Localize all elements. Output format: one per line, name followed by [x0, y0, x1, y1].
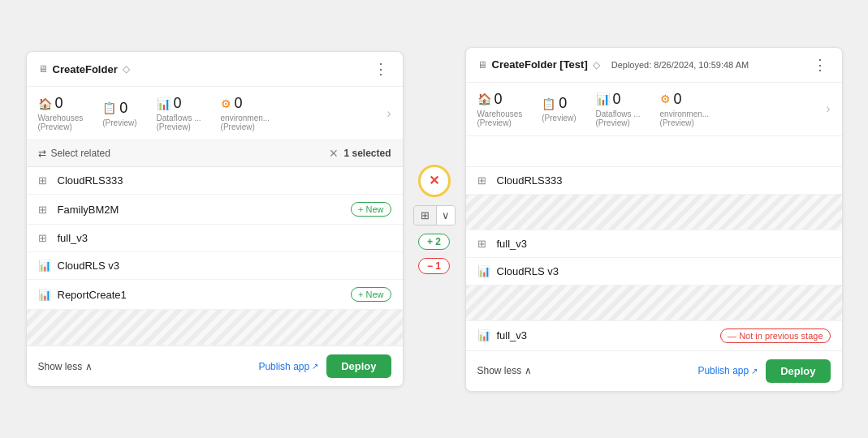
item-name: CloudRLS v3 [58, 260, 391, 272]
left-metric-dataflows: 📊 0 Dataflows ...(Preview) [157, 95, 201, 131]
right-warehouse-label: Warehouses(Preview) [477, 110, 523, 127]
item-name: full_v3 [497, 238, 831, 250]
item-name: CloudRLS v3 [497, 265, 831, 277]
deployed-label: Deployed: 8/26/2024, 10:59:48 AM [611, 60, 749, 70]
left-dataflow-label: Dataflows ...(Preview) [157, 114, 201, 131]
diff-plus-badge: + 2 [418, 234, 450, 250]
left-card-footer: Show less ∧ Publish app ↗ Deploy [27, 346, 403, 386]
right-env-label: environmen...(Preview) [660, 110, 710, 127]
left-card-menu-button[interactable]: ⋮ [370, 60, 391, 78]
publish-app-button[interactable]: Publish app ↗ [258, 361, 318, 372]
table-icon: ⊞ [38, 232, 51, 244]
item-name: ReportCreate1 [58, 289, 345, 301]
left-dataflow-count: 0 [174, 95, 182, 112]
right-metric-env: ⚙ 0 environmen...(Preview) [660, 91, 710, 127]
new-badge: + New [351, 202, 391, 217]
external-link-icon: ↗ [751, 367, 758, 376]
left-warehouse-label: Warehouses(Preview) [38, 114, 84, 131]
list-item[interactable]: 📊 ReportCreate1 + New [27, 280, 403, 310]
left-items-list: ⊞ CloudRLS333 ⊞ FamilyBM2M + New ⊞ full_… [27, 167, 403, 346]
deploy-button[interactable]: Deploy [326, 354, 391, 378]
right-header-left: 🖥 CreateFolder [Test] ◇ Deployed: 8/26/2… [477, 58, 749, 71]
right-deploy-button[interactable]: Deploy [766, 359, 830, 383]
left-env-label: environmen...(Preview) [221, 114, 270, 131]
middle-connector: ✕ ⊞ ∨ + 2 − 1 [410, 165, 459, 274]
show-less-button[interactable]: Show less ∧ [38, 361, 93, 372]
clear-selection-icon[interactable]: ✕ [329, 147, 339, 160]
list-item[interactable]: ⊞ CloudRLS333 [27, 167, 403, 195]
external-link-icon: ↗ [312, 362, 318, 371]
spinner-circle: ✕ [418, 165, 451, 197]
right-card: 🖥 CreateFolder [Test] ◇ Deployed: 8/26/2… [465, 47, 843, 392]
chart-icon: 📊 [38, 260, 51, 272]
left-metric-warehouses: 🏠 0 Warehouses(Preview) [38, 95, 84, 131]
main-container: 🖥 CreateFolder ◇ ⋮ 🏠 0 Warehouses(Previe… [13, 34, 856, 405]
preview-icon: 📋 [542, 97, 555, 110]
diamond-icon: ◇ [593, 59, 600, 71]
left-card: 🖥 CreateFolder ◇ ⋮ 🏠 0 Warehouses(Previe… [26, 51, 404, 387]
striped-row [466, 195, 842, 230]
right-dataflow-label: Dataflows ...(Preview) [596, 110, 641, 127]
list-item[interactable]: ⊞ CloudRLS333 [466, 167, 842, 195]
toggle-grid-button[interactable]: ⊞ [414, 206, 436, 225]
item-name: CloudRLS333 [58, 174, 391, 187]
monitor-icon: 🖥 [477, 59, 487, 71]
item-name: FamilyBM2M [58, 204, 345, 216]
publish-app-label: Publish app [258, 361, 309, 372]
right-card-header: 🖥 CreateFolder [Test] ◇ Deployed: 8/26/2… [466, 48, 842, 83]
chart-icon: 📊 [477, 265, 490, 277]
list-item[interactable]: ⊞ full_v3 [27, 225, 403, 252]
left-card-header: 🖥 CreateFolder ◇ ⋮ [27, 52, 403, 87]
left-metrics-row: 🏠 0 Warehouses(Preview) 📋 0 (Preview) 📊 … [27, 87, 403, 140]
warehouse-icon: 🏠 [38, 97, 52, 110]
item-name: full_v3 [497, 329, 715, 341]
table-icon: ⊞ [477, 238, 490, 250]
right-warehouse-count: 0 [494, 91, 503, 108]
publish-app-label: Publish app [697, 365, 749, 376]
toggle-group[interactable]: ⊞ ∨ [413, 205, 456, 225]
left-select-bar: ⇄ Select related ✕ 1 selected [27, 140, 403, 167]
share-icon: ⇄ [38, 148, 46, 159]
select-related-label: Select related [51, 148, 110, 159]
toggle-dropdown-button[interactable]: ∨ [436, 206, 455, 225]
list-item[interactable]: 📊 CloudRLS v3 [466, 258, 842, 286]
selected-count: 1 selected [343, 148, 391, 159]
table-icon: ⊞ [38, 174, 51, 187]
toggle-group-wrapper: ⊞ ∨ [413, 205, 456, 225]
right-env-count: 0 [674, 91, 682, 108]
table-icon: ⊞ [477, 174, 490, 187]
show-less-label: Show less [477, 365, 522, 376]
grid-icon: ⊞ [421, 209, 430, 221]
diff-minus-badge: − 1 [418, 258, 450, 274]
left-chevron-right[interactable]: › [386, 106, 391, 121]
right-chevron-right[interactable]: › [826, 101, 830, 116]
left-metric-preview: 📋 0 (Preview) [102, 100, 136, 127]
right-metric-warehouses: 🏠 0 Warehouses(Preview) [477, 91, 523, 127]
right-metric-preview: 📋 0 (Preview) [542, 95, 576, 122]
not-in-prev-stage-badge: — Not in previous stage [720, 328, 830, 343]
item-name: CloudRLS333 [497, 174, 831, 187]
show-less-label: Show less [38, 361, 83, 372]
left-preview-count: 0 [119, 100, 127, 117]
chevron-down-icon: ∨ [442, 209, 450, 221]
left-header-left: 🖥 CreateFolder ◇ [38, 63, 130, 75]
list-item[interactable]: 📊 full_v3 — Not in previous stage [466, 321, 842, 350]
chart-icon: 📊 [38, 289, 51, 301]
chart-icon: 📊 [477, 329, 490, 341]
striped-row [27, 310, 403, 346]
chevron-up-icon: ∧ [85, 361, 93, 372]
right-card-title: CreateFolder [Test] [492, 58, 588, 71]
right-metrics-row: 🏠 0 Warehouses(Preview) 📋 0 (Preview) 📊 … [466, 83, 842, 136]
right-dataflow-count: 0 [613, 91, 621, 108]
left-warehouse-count: 0 [55, 95, 63, 112]
right-card-menu-button[interactable]: ⋮ [810, 56, 831, 74]
spinner-x-icon: ✕ [429, 173, 439, 188]
right-show-less-button[interactable]: Show less ∧ [477, 365, 533, 376]
list-item[interactable]: ⊞ full_v3 [466, 230, 842, 258]
list-item[interactable]: ⊞ FamilyBM2M + New [27, 195, 403, 225]
dataflow-icon: 📊 [157, 97, 171, 110]
list-item[interactable]: 📊 CloudRLS v3 [27, 252, 403, 280]
left-card-title: CreateFolder [53, 63, 118, 75]
right-publish-app-button[interactable]: Publish app ↗ [697, 365, 758, 376]
diamond-icon: ◇ [123, 63, 130, 75]
